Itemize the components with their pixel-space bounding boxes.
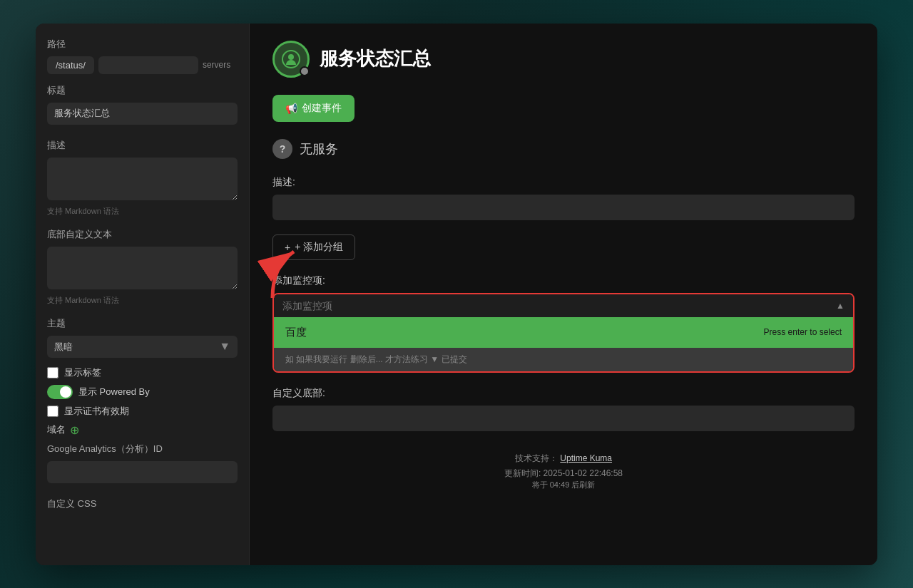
page-header: 服务状态汇总	[272, 41, 855, 78]
page-title: 服务状态汇总	[320, 46, 431, 71]
main-window: 路径 /status/ servers 标题 描述 支持 Markdown 语法…	[36, 24, 877, 565]
desc-textarea[interactable]	[47, 158, 238, 200]
markdown-hint-1: 支持 Markdown 语法	[47, 206, 238, 217]
domain-add-icon[interactable]: ⊕	[70, 423, 79, 437]
monitor-dropdown-wrapper: ▲ 百度 Press enter to select 如 如果我要运行 删除后.…	[272, 293, 855, 373]
monitor-search-input[interactable]	[282, 300, 836, 311]
footer-support-link[interactable]: Uptime Kuma	[560, 453, 612, 463]
show-tags-label: 显示标签	[64, 366, 101, 379]
show-tags-checkbox[interactable]	[47, 367, 58, 378]
no-service-text: 无服务	[300, 140, 338, 158]
show-powered-by-label: 显示 Powered By	[78, 386, 150, 398]
dropdown-item-baidu[interactable]: 百度 Press enter to select	[274, 317, 853, 348]
custom-css-label: 自定义 CSS	[47, 497, 238, 510]
red-arrow-indicator	[250, 244, 315, 301]
custom-bottom-label: 自定义底部:	[272, 387, 855, 400]
dropdown-item-label: 百度	[285, 326, 307, 339]
bottom-text-textarea[interactable]	[47, 247, 238, 289]
path-servers-input[interactable]	[98, 56, 198, 74]
footer-area: 技术支持： Uptime Kuma 更新时间: 2025-01-02 22:46…	[272, 453, 855, 490]
show-cert-checkbox[interactable]	[47, 406, 58, 417]
title-label: 标题	[47, 84, 238, 97]
domain-label: 域名	[47, 423, 66, 436]
status-icon-wrap	[272, 41, 310, 78]
enter-hint: Press enter to select	[764, 327, 842, 337]
domain-row: 域名 ⊕	[47, 423, 238, 437]
theme-label: 主题	[47, 317, 238, 330]
show-cert-label: 显示证书有效期	[64, 405, 129, 418]
status-dot	[300, 66, 310, 76]
markdown-hint-2: 支持 Markdown 语法	[47, 295, 238, 306]
svg-point-1	[288, 54, 294, 60]
show-tags-row: 显示标签	[47, 366, 238, 379]
desc-label: 描述	[47, 139, 238, 152]
dropdown-item-partial: 如 如果我要运行 删除后... 才方法练习 ▼ 已提交	[274, 348, 853, 371]
path-label: 路径	[47, 38, 238, 51]
path-row: /status/ servers	[47, 56, 238, 74]
kuma-icon	[281, 49, 301, 69]
no-service-row: ? 无服务	[272, 139, 855, 159]
bottom-text-label: 底部自定义文本	[47, 228, 238, 241]
sidebar: 路径 /status/ servers 标题 描述 支持 Markdown 语法…	[36, 24, 250, 565]
monitor-input-row: ▲	[274, 294, 853, 317]
add-monitor-label: 添加监控项:	[272, 274, 855, 287]
footer-time: 更新时间: 2025-01-02 22:46:58	[272, 468, 855, 480]
question-icon: ?	[272, 139, 292, 159]
theme-select-wrapper: 黑暗 明亮 ▼	[47, 336, 238, 358]
create-event-button[interactable]: 📢 创建事件	[272, 95, 355, 122]
desc-field-label: 描述:	[272, 176, 855, 189]
google-analytics-label: Google Analytics（分析）ID	[47, 443, 238, 455]
chevron-up-icon: ▲	[836, 301, 845, 311]
footer-support-text: 技术支持：	[515, 453, 558, 463]
footer-refresh: 将于 04:49 后刷新	[272, 480, 855, 490]
megaphone-icon: 📢	[285, 103, 297, 114]
title-input[interactable]	[47, 103, 238, 125]
show-powered-by-toggle[interactable]	[47, 385, 73, 399]
create-event-label: 创建事件	[302, 102, 342, 115]
path-status-btn[interactable]: /status/	[47, 56, 94, 74]
show-powered-by-row: 显示 Powered By	[47, 385, 238, 399]
main-content: 服务状态汇总 📢 创建事件 ? 无服务 描述: + + 添加分组 添加监控项: …	[250, 24, 877, 565]
show-cert-row: 显示证书有效期	[47, 405, 238, 418]
google-analytics-input[interactable]	[47, 461, 238, 483]
footer-support-row: 技术支持： Uptime Kuma	[272, 453, 855, 465]
custom-bottom-bar	[272, 406, 855, 431]
path-servers-text: servers	[203, 60, 230, 70]
desc-bar	[272, 195, 855, 220]
theme-select[interactable]: 黑暗 明亮	[47, 336, 238, 358]
